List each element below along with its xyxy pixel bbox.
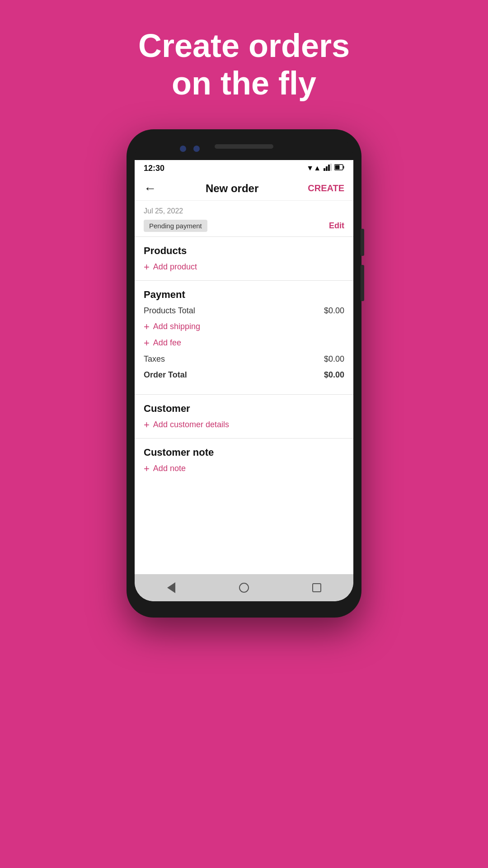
taxes-row: Taxes $0.00 bbox=[144, 354, 344, 364]
volume-up-button[interactable] bbox=[361, 229, 364, 256]
plus-icon-fee: + bbox=[144, 338, 150, 348]
add-product-button[interactable]: + Add product bbox=[144, 262, 344, 272]
products-total-value: $0.00 bbox=[324, 306, 344, 316]
edit-button[interactable]: Edit bbox=[329, 221, 344, 231]
add-shipping-label: Add shipping bbox=[153, 322, 200, 331]
customer-section: Customer + Add customer details bbox=[135, 395, 353, 439]
payment-section: Payment Products Total $0.00 + Add shipp… bbox=[135, 281, 353, 395]
signal-icon bbox=[324, 164, 332, 173]
add-fee-button[interactable]: + Add fee bbox=[144, 338, 344, 348]
nav-back-button[interactable] bbox=[165, 581, 178, 594]
status-bar: 12:30 ▼▲ bbox=[135, 160, 353, 177]
products-title: Products bbox=[144, 245, 344, 257]
add-customer-button[interactable]: + Add customer details bbox=[144, 420, 344, 430]
add-shipping-button[interactable]: + Add shipping bbox=[144, 322, 344, 332]
status-badge: Pending payment bbox=[144, 220, 207, 232]
screen-content: Jul 25, 2022 Pending payment Edit Produc… bbox=[135, 201, 353, 574]
add-customer-label: Add customer details bbox=[153, 420, 229, 429]
plus-icon: + bbox=[144, 262, 150, 272]
phone-device: 12:30 ▼▲ bbox=[127, 129, 361, 618]
page-title: New order bbox=[206, 182, 258, 195]
speaker-grille bbox=[215, 144, 273, 149]
status-icons: ▼▲ bbox=[306, 164, 344, 173]
order-date-section: Jul 25, 2022 Pending payment Edit bbox=[135, 201, 353, 236]
svg-rect-2 bbox=[328, 165, 330, 171]
add-fee-label: Add fee bbox=[153, 338, 181, 348]
svg-rect-0 bbox=[324, 168, 325, 171]
order-total-value: $0.00 bbox=[324, 370, 344, 380]
plus-icon-shipping: + bbox=[144, 322, 150, 332]
camera-left-icon bbox=[180, 146, 186, 152]
order-total-label: Order Total bbox=[144, 370, 187, 380]
customer-note-section: Customer note + Add note bbox=[135, 439, 353, 482]
customer-title: Customer bbox=[144, 403, 344, 415]
order-total-row: Order Total $0.00 bbox=[144, 370, 344, 380]
add-product-label: Add product bbox=[153, 262, 197, 272]
svg-rect-5 bbox=[343, 166, 344, 169]
create-button[interactable]: CREATE bbox=[308, 183, 344, 193]
bottom-nav bbox=[135, 574, 353, 601]
plus-icon-customer: + bbox=[144, 420, 150, 430]
add-note-button[interactable]: + Add note bbox=[144, 464, 344, 474]
products-total-row: Products Total $0.00 bbox=[144, 306, 344, 316]
order-date: Jul 25, 2022 bbox=[144, 207, 344, 215]
recents-nav-icon bbox=[312, 583, 321, 592]
add-fee-row: + Add fee bbox=[144, 338, 344, 348]
home-nav-icon bbox=[239, 583, 249, 593]
add-shipping-row: + Add shipping bbox=[144, 322, 344, 332]
status-time: 12:30 bbox=[144, 164, 164, 173]
camera-right-icon bbox=[193, 146, 200, 152]
headline-text: Create orders on the fly bbox=[138, 27, 350, 102]
phone-screen: 12:30 ▼▲ bbox=[135, 160, 353, 601]
plus-icon-note: + bbox=[144, 464, 150, 474]
products-section: Products + Add product bbox=[135, 237, 353, 281]
svg-rect-1 bbox=[326, 166, 328, 171]
status-row: Pending payment Edit bbox=[144, 220, 344, 232]
taxes-value: $0.00 bbox=[324, 354, 344, 364]
app-header: ← New order CREATE bbox=[135, 177, 353, 201]
customer-note-title: Customer note bbox=[144, 447, 344, 458]
back-nav-icon bbox=[167, 582, 175, 593]
volume-down-button[interactable] bbox=[361, 265, 364, 301]
battery-icon bbox=[334, 164, 344, 172]
wifi-icon: ▼▲ bbox=[306, 164, 321, 172]
add-note-label: Add note bbox=[153, 464, 186, 473]
back-button[interactable]: ← bbox=[144, 181, 156, 196]
taxes-label: Taxes bbox=[144, 354, 165, 364]
products-total-label: Products Total bbox=[144, 306, 195, 316]
svg-rect-6 bbox=[335, 165, 340, 170]
payment-title: Payment bbox=[144, 289, 344, 301]
svg-rect-3 bbox=[330, 164, 332, 171]
phone-top-bar bbox=[135, 137, 353, 160]
nav-recents-button[interactable] bbox=[310, 581, 323, 594]
nav-home-button[interactable] bbox=[238, 581, 250, 594]
